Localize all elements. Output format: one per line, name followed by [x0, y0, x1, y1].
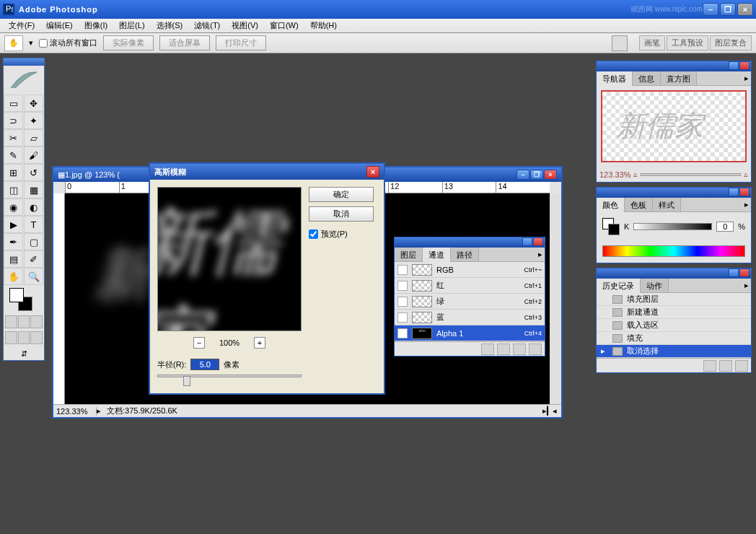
screen-mode-icon[interactable]	[30, 315, 43, 328]
history-item[interactable]: 填充图层	[597, 293, 751, 306]
nav-zoom-slider[interactable]	[641, 173, 741, 176]
new-snapshot-icon[interactable]	[719, 360, 732, 372]
tab-brush[interactable]: 画笔	[639, 35, 665, 51]
color-close-button[interactable]	[739, 188, 750, 196]
visibility-icon[interactable]	[397, 312, 408, 323]
zoom-out-button[interactable]: −	[193, 337, 205, 349]
history-minimize-button[interactable]	[729, 268, 739, 277]
scroll-arrow-icon[interactable]: ▸▎◂	[542, 406, 557, 416]
toolbox-titlebar[interactable]	[4, 58, 44, 66]
hand-tool[interactable]: ✋	[4, 268, 23, 285]
menu-file[interactable]: 文件(F)	[3, 19, 40, 32]
notes-tool[interactable]: ▤	[4, 250, 23, 268]
channel-row[interactable]: RGB Ctrl+~	[395, 262, 545, 278]
scroll-all-windows-checkbox[interactable]: 滚动所有窗口	[39, 38, 97, 48]
preview-checkbox[interactable]: 预览(P)	[309, 229, 374, 240]
color-spectrum[interactable]	[602, 245, 745, 257]
panel-menu-icon[interactable]: ▸	[742, 279, 751, 292]
close-button[interactable]: ×	[737, 3, 753, 16]
gradient-tool[interactable]: ▦	[24, 181, 43, 198]
tab-styles[interactable]: 样式	[653, 198, 681, 211]
menu-edit[interactable]: 编辑(E)	[40, 19, 79, 32]
lasso-tool[interactable]: ⊃	[4, 112, 23, 129]
eyedropper-tool[interactable]: ✐	[24, 250, 43, 268]
history-item[interactable]: 填充	[597, 332, 751, 345]
path-select-tool[interactable]: ▶	[4, 216, 23, 233]
nav-zoom-out-icon[interactable]: ▵	[633, 170, 638, 179]
tab-navigator[interactable]: 导航器	[597, 71, 633, 86]
foreground-color[interactable]	[9, 288, 24, 302]
zoom-tool[interactable]: 🔍	[24, 268, 43, 285]
slice-tool[interactable]: ▱	[24, 129, 43, 146]
panel-menu-icon[interactable]: ▸	[742, 198, 751, 211]
brush-tool[interactable]: 🖌	[24, 146, 43, 164]
tab-channels[interactable]: 通道	[423, 248, 451, 262]
channel-row[interactable]: 红 Ctrl+1	[395, 278, 545, 294]
history-item[interactable]: 新建通道	[597, 306, 751, 319]
slider-thumb[interactable]	[183, 376, 190, 386]
ok-button[interactable]: 确定	[309, 187, 374, 202]
k-slider[interactable]	[633, 223, 712, 230]
new-channel-icon[interactable]	[513, 343, 526, 355]
nav-zoom-value[interactable]: 123.33%	[599, 170, 630, 179]
history-titlebar[interactable]	[597, 268, 751, 279]
menu-select[interactable]: 选择(S)	[151, 19, 189, 32]
jump-to-icon[interactable]: ⇵	[4, 347, 44, 360]
color-swatches[interactable]	[602, 218, 620, 235]
new-doc-from-state-icon[interactable]	[703, 360, 716, 372]
zoom-in-button[interactable]: +	[254, 337, 265, 349]
tab-layer-comp[interactable]: 图层复合	[710, 35, 752, 51]
visibility-icon[interactable]: 👁	[397, 328, 408, 338]
wand-tool[interactable]: ✦	[24, 112, 43, 129]
color-bg[interactable]	[608, 224, 620, 235]
k-value[interactable]: 0	[716, 222, 734, 232]
tab-actions[interactable]: 动作	[641, 279, 669, 292]
menu-layer[interactable]: 图层(L)	[113, 19, 150, 32]
radius-input[interactable]	[190, 359, 219, 370]
tab-swatches[interactable]: 色板	[625, 198, 653, 211]
channel-row[interactable]: 绿 Ctrl+2	[395, 294, 545, 310]
preview-checkbox-input[interactable]	[309, 229, 318, 239]
doc-maximize-button[interactable]: ❐	[530, 170, 543, 180]
nav-close-button[interactable]	[739, 61, 750, 70]
doc-close-button[interactable]: ×	[544, 170, 557, 180]
quickmask-off-icon[interactable]	[5, 315, 17, 328]
tab-history[interactable]: 历史记录	[597, 279, 641, 293]
save-selection-icon[interactable]	[497, 343, 510, 355]
dialog-titlebar[interactable]: 高斯模糊 ×	[150, 164, 384, 180]
nav-titlebar[interactable]	[597, 61, 751, 71]
cancel-button[interactable]: 取消	[309, 206, 374, 222]
panel-titlebar[interactable]	[395, 237, 545, 248]
tab-paths[interactable]: 路径	[451, 248, 479, 261]
tab-tool-preset[interactable]: 工具预设	[667, 35, 708, 51]
nav-zoom-in-icon[interactable]: ▵	[744, 170, 748, 179]
panel-minimize-button[interactable]	[522, 237, 532, 246]
crop-tool[interactable]: ✂	[4, 129, 23, 146]
tab-color[interactable]: 颜色	[597, 198, 625, 212]
maximize-button[interactable]: ❐	[720, 3, 736, 16]
healing-tool[interactable]: ✎	[4, 146, 23, 164]
shape-tool[interactable]: ▢	[24, 233, 43, 250]
visibility-icon[interactable]	[397, 281, 408, 291]
menu-help[interactable]: 帮助(H)	[304, 19, 343, 32]
eraser-tool[interactable]: ◫	[4, 181, 23, 198]
move-tool[interactable]: ✥	[24, 95, 43, 112]
visibility-icon[interactable]	[397, 297, 408, 307]
screen-full-menu-icon[interactable]	[18, 331, 30, 344]
panel-menu-icon[interactable]: ▸	[742, 71, 751, 85]
history-close-button[interactable]	[739, 268, 750, 277]
dialog-close-button[interactable]: ×	[366, 166, 379, 178]
channel-row[interactable]: 蓝 Ctrl+3	[395, 310, 545, 325]
actual-pixels-button[interactable]: 实际像素	[103, 35, 154, 51]
history-brush-tool[interactable]: ↺	[24, 164, 43, 181]
tab-histogram[interactable]: 直方图	[661, 71, 697, 85]
tab-info[interactable]: 信息	[633, 71, 661, 85]
palette-well-icon[interactable]	[612, 35, 628, 51]
marquee-tool[interactable]: ▭	[4, 95, 23, 112]
stamp-tool[interactable]: ⊞	[4, 164, 23, 181]
vertical-scrollbar[interactable]	[550, 193, 561, 404]
doc-minimize-button[interactable]: –	[517, 170, 529, 180]
current-tool-icon[interactable]: ✋	[4, 35, 23, 51]
print-size-button[interactable]: 打印尺寸	[216, 35, 266, 51]
type-tool[interactable]: T	[24, 216, 43, 233]
